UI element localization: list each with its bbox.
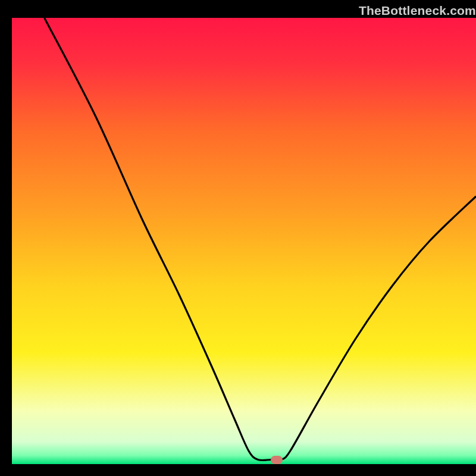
chart-frame: TheBottleneck.com [12,0,476,464]
gradient-background [12,18,476,464]
bottleneck-marker [271,456,283,464]
watermark-text: TheBottleneck.com [359,4,476,18]
chart-plot-area [12,18,476,464]
chart-svg [12,18,476,464]
